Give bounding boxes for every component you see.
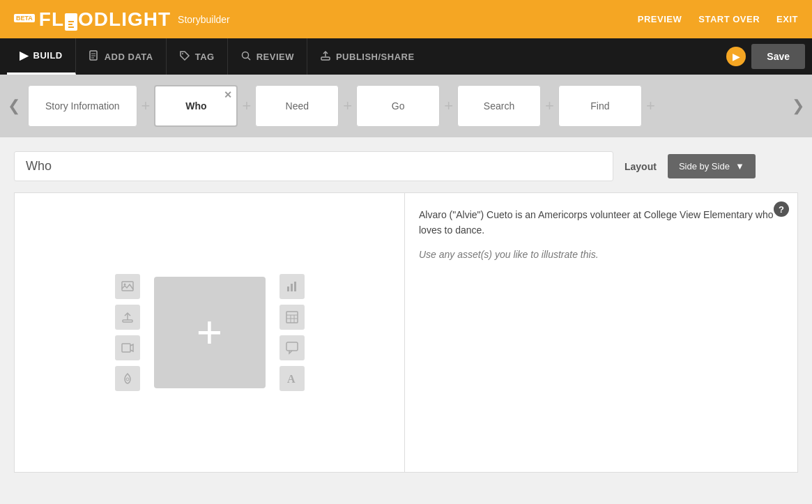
story-main-text: Alvaro ("Alvie") Cueto is an Americorps … (419, 207, 783, 238)
start-over-link[interactable]: START OVER (698, 14, 760, 24)
svg-point-17 (126, 378, 129, 381)
tab-item-story-info: Story Information (28, 85, 137, 127)
toolbar-item-build[interactable]: ▶ BUILD (7, 38, 76, 75)
toolbar-add-data-label: ADD DATA (105, 52, 153, 62)
left-panel: + A (15, 193, 405, 472)
close-who-tab-icon[interactable]: ✕ (224, 89, 232, 100)
right-panel: ? Alvaro ("Alvie") Cueto is an Americorp… (405, 193, 797, 472)
story-italic-instruction: Use any asset(s) you like to illustrate … (419, 247, 783, 262)
toolbar: ▶ BUILD ADD DATA TAG REVIEW PUBLISH/SHAR… (0, 38, 812, 75)
tab-who[interactable]: ✕ Who (154, 85, 238, 127)
svg-rect-26 (286, 342, 298, 351)
svg-rect-2 (68, 24, 72, 25)
header-nav: PREVIEW START OVER EXIT (638, 14, 798, 24)
tab-story-info-label: Story Information (45, 100, 120, 112)
orange-arrow-indicator: ▶ (726, 47, 746, 66)
add-tab-after-need[interactable]: + (343, 97, 352, 115)
svg-rect-18 (287, 287, 289, 291)
svg-text:A: A (287, 373, 296, 385)
svg-rect-15 (123, 320, 132, 322)
toolbar-item-review[interactable]: REVIEW (228, 38, 307, 75)
storybuilder-label: Storybuilder (178, 14, 230, 25)
image-asset-icon[interactable] (115, 274, 140, 299)
toolbar-item-tag[interactable]: TAG (167, 38, 228, 75)
main-content: Layout Side by Side ▼ (0, 137, 812, 504)
help-icon[interactable]: ? (774, 201, 789, 217)
asset-icons-left (115, 274, 140, 391)
toolbar-item-publish[interactable]: PUBLISH/SHARE (307, 38, 427, 75)
logo-area: BETA FL ODLIGHT Storybuilder (14, 8, 230, 31)
save-button[interactable]: Save (751, 44, 805, 69)
svg-line-10 (247, 57, 250, 60)
tab-go-label: Go (392, 100, 405, 112)
tab-item-who: ✕ Who (154, 85, 238, 127)
svg-rect-20 (294, 282, 296, 291)
tab-item-search: Search (457, 85, 541, 127)
svg-rect-16 (122, 344, 130, 352)
video-asset-icon[interactable] (115, 335, 140, 360)
beta-badge: BETA (14, 14, 35, 22)
tab-search[interactable]: Search (457, 85, 541, 127)
asset-area: + A (115, 274, 305, 391)
tab-go[interactable]: Go (356, 85, 440, 127)
next-arrow[interactable]: ❯ (784, 85, 812, 127)
chart-asset-icon[interactable] (279, 274, 305, 299)
layout-chevron-icon: ▼ (735, 161, 744, 171)
svg-rect-19 (291, 284, 293, 291)
layout-label: Layout (625, 161, 657, 172)
tag-icon (179, 50, 190, 63)
add-asset-plus-icon: + (197, 310, 222, 355)
exit-link[interactable]: EXIT (776, 14, 798, 24)
table-asset-icon[interactable] (279, 305, 305, 330)
layout-button[interactable]: Side by Side ▼ (668, 154, 756, 178)
add-tab-after-story-info[interactable]: + (141, 97, 151, 115)
header: BETA FL ODLIGHT Storybuilder PREVIEW STA… (0, 0, 812, 38)
add-tab-after-who[interactable]: + (242, 97, 251, 115)
svg-rect-3 (68, 26, 74, 28)
preview-link[interactable]: PREVIEW (638, 14, 682, 24)
comment-asset-icon[interactable] (279, 335, 305, 360)
text-asset-icon[interactable]: A (279, 366, 305, 391)
build-icon: ▶ (20, 49, 29, 62)
svg-rect-21 (286, 312, 298, 323)
add-asset-placeholder[interactable]: + (154, 277, 266, 388)
storyboard-tabs: Story Information + ✕ Who + Need + Go + (28, 85, 784, 127)
prev-arrow[interactable]: ❮ (0, 85, 28, 127)
logo-text: FL ODLIGHT (39, 8, 171, 31)
svg-rect-11 (321, 57, 330, 60)
orange-arrow-icon: ▶ (733, 51, 740, 62)
section-title-input[interactable] (14, 151, 613, 181)
svg-rect-1 (68, 21, 74, 22)
upload-asset-icon[interactable] (115, 305, 140, 330)
add-tab-after-go[interactable]: + (444, 97, 453, 115)
tab-search-label: Search (484, 100, 514, 112)
svg-point-8 (182, 53, 183, 54)
tab-need[interactable]: Need (255, 85, 339, 127)
toolbar-build-label: BUILD (33, 50, 63, 61)
asset-icons-right: A (279, 274, 305, 391)
toolbar-item-add-data[interactable]: ADD DATA (76, 38, 167, 75)
tab-need-label: Need (286, 100, 309, 112)
layout-btn-label: Side by Side (679, 161, 730, 171)
tab-find[interactable]: Find (558, 85, 642, 127)
toolbar-tag-label: TAG (195, 52, 215, 62)
toolbar-review-label: REVIEW (256, 52, 294, 62)
map-asset-icon[interactable] (115, 366, 140, 391)
tab-find-label: Find (590, 100, 609, 112)
toolbar-publish-label: PUBLISH/SHARE (336, 52, 415, 62)
storyboard-nav: ❮ Story Information + ✕ Who + Need + (0, 75, 812, 137)
tab-item-find: Find (558, 85, 642, 127)
add-tab-after-find[interactable]: + (646, 97, 655, 115)
tab-item-go: Go (356, 85, 440, 127)
publish-icon (320, 50, 331, 63)
add-tab-after-search[interactable]: + (545, 97, 554, 115)
svg-point-9 (242, 52, 248, 58)
svg-point-14 (123, 284, 125, 286)
tab-item-need: Need (255, 85, 339, 127)
title-bar: Layout Side by Side ▼ (14, 151, 798, 181)
tab-story-information[interactable]: Story Information (28, 85, 137, 127)
add-data-icon (89, 50, 100, 63)
tab-who-label: Who (185, 100, 206, 112)
content-panels: + A (14, 192, 798, 473)
review-icon (240, 50, 252, 63)
